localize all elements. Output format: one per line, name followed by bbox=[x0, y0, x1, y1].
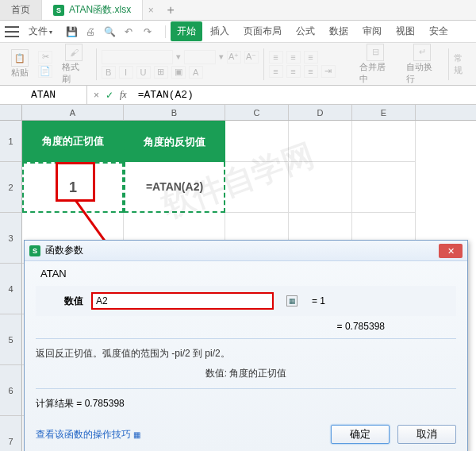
name-box[interactable]: ATAN bbox=[0, 86, 87, 104]
wrap-label: 自动换行 bbox=[406, 61, 439, 85]
print-icon[interactable]: 🖨 bbox=[84, 25, 97, 38]
help-link[interactable]: 查看该函数的操作技巧 bbox=[36, 428, 140, 441]
row-header-5[interactable]: 5 bbox=[0, 314, 22, 365]
cell-e1[interactable] bbox=[352, 121, 416, 162]
function-arguments-dialog: S 函数参数 ✕ ATAN 数值 ▦ = 1 = 0.785398 返回反正切值… bbox=[24, 240, 468, 451]
fx-icon[interactable]: fx bbox=[120, 89, 127, 101]
home-tab[interactable]: 首页 bbox=[0, 0, 42, 20]
separator bbox=[96, 48, 97, 80]
preview-icon[interactable]: 🔍 bbox=[103, 25, 116, 38]
align-right-icon[interactable]: ≡ bbox=[304, 65, 318, 78]
computed-result: = 0.785398 bbox=[36, 319, 456, 338]
ok-button[interactable]: 确定 bbox=[331, 425, 390, 444]
confirm-formula-icon[interactable]: ✓ bbox=[106, 90, 113, 101]
cell-a2[interactable]: 1 bbox=[22, 162, 124, 213]
bold-icon[interactable]: B bbox=[102, 66, 116, 79]
separator bbox=[165, 25, 166, 38]
ribbon-tab-layout[interactable]: 页面布局 bbox=[237, 21, 288, 41]
range-picker-icon[interactable]: ▦ bbox=[286, 295, 298, 306]
ribbon-tab-view[interactable]: 视图 bbox=[390, 21, 421, 41]
function-description: 返回反正切值。弧度值的范围为 -pi/2 到 pi/2。 数值: 角度的正切值 bbox=[36, 338, 456, 389]
new-tab-button[interactable]: + bbox=[159, 3, 182, 17]
row-header-1[interactable]: 1 bbox=[0, 121, 22, 162]
formula-controls: × ✓ fx bbox=[87, 89, 133, 101]
ribbon-tab-start[interactable]: 开始 bbox=[171, 21, 202, 41]
hamburger-icon[interactable] bbox=[5, 26, 19, 37]
align-mid-icon[interactable]: ≡ bbox=[286, 51, 301, 64]
brush-icon: 🖌 bbox=[65, 44, 83, 61]
redo-icon[interactable]: ↷ bbox=[141, 25, 154, 38]
column-headers: A B C D E bbox=[0, 105, 476, 121]
row-header-7[interactable]: 7 bbox=[0, 416, 22, 451]
ribbon-tab-data[interactable]: 数据 bbox=[323, 21, 355, 41]
align-left-icon[interactable]: ≡ bbox=[269, 65, 283, 78]
col-header-a[interactable]: A bbox=[22, 105, 124, 120]
cut-icon[interactable]: ✂ bbox=[38, 51, 52, 64]
formula-bar: ATAN × ✓ fx bbox=[0, 86, 476, 105]
merge-center-button[interactable]: ⊟合并居中 bbox=[355, 43, 397, 86]
cell-d2[interactable] bbox=[289, 162, 352, 213]
border-icon[interactable]: ⊞ bbox=[154, 66, 168, 79]
align-center-icon[interactable]: ≡ bbox=[286, 65, 301, 78]
italic-icon[interactable]: I bbox=[119, 66, 133, 79]
merge-icon: ⊟ bbox=[367, 44, 384, 61]
row-header-6[interactable]: 6 bbox=[0, 365, 22, 416]
cancel-button[interactable]: 取消 bbox=[397, 425, 456, 444]
separator bbox=[263, 48, 264, 80]
col-header-b[interactable]: B bbox=[124, 105, 225, 120]
ribbon-tab-review[interactable]: 审阅 bbox=[356, 21, 388, 41]
cell-e2[interactable] bbox=[352, 162, 416, 213]
fill-color-icon[interactable]: ▣ bbox=[171, 66, 186, 79]
wrap-icon: ↵ bbox=[413, 44, 431, 61]
row-header-2[interactable]: 2 bbox=[0, 162, 22, 213]
dialog-footer: 查看该函数的操作技巧 确定 取消 bbox=[25, 418, 467, 451]
file-menu[interactable]: 文件 bbox=[24, 23, 57, 40]
undo-icon[interactable]: ↶ bbox=[122, 25, 135, 38]
formula-input[interactable] bbox=[133, 89, 476, 101]
param-row: 数值 ▦ = 1 bbox=[36, 286, 456, 316]
col-header-d[interactable]: D bbox=[289, 105, 352, 120]
col-header-e[interactable]: E bbox=[352, 105, 416, 120]
ribbon-tab-security[interactable]: 安全 bbox=[423, 21, 455, 41]
format-brush-button[interactable]: 🖌格式刷 bbox=[57, 43, 91, 86]
paste-button[interactable]: 📋粘贴 bbox=[6, 48, 33, 80]
select-all-corner[interactable] bbox=[0, 105, 22, 120]
calc-result: 计算结果 = 0.785398 bbox=[36, 389, 456, 411]
dialog-title: 函数参数 bbox=[45, 244, 83, 257]
row-header-4[interactable]: 4 bbox=[0, 264, 22, 314]
font-color-icon[interactable]: A bbox=[189, 66, 203, 79]
auto-wrap-button[interactable]: ↵自动换行 bbox=[401, 43, 443, 86]
cell-c1[interactable] bbox=[225, 121, 289, 162]
copy-icon[interactable]: 📄 bbox=[38, 65, 52, 78]
document-tab-filename: ATAN函数.xlsx bbox=[69, 3, 131, 17]
number-format[interactable]: 常规 bbox=[454, 52, 470, 76]
dialog-body: ATAN 数值 ▦ = 1 = 0.785398 返回反正切值。弧度值的范围为 … bbox=[25, 261, 467, 418]
dialog-close-button[interactable]: ✕ bbox=[439, 244, 463, 258]
paste-icon: 📋 bbox=[11, 49, 29, 67]
cell-c2[interactable] bbox=[225, 162, 289, 213]
spreadsheet-app-icon: S bbox=[29, 245, 40, 256]
cancel-formula-icon[interactable]: × bbox=[94, 90, 99, 101]
close-tab-button[interactable]: × bbox=[143, 5, 159, 16]
dialog-titlebar[interactable]: S 函数参数 ✕ bbox=[25, 241, 467, 261]
param-input[interactable] bbox=[96, 295, 269, 306]
underline-icon[interactable]: U bbox=[136, 66, 151, 79]
cell-d1[interactable] bbox=[289, 121, 352, 162]
document-tab[interactable]: S ATAN函数.xlsx bbox=[42, 0, 143, 20]
save-icon[interactable]: 💾 bbox=[65, 25, 78, 38]
cell-b2[interactable]: =ATAN(A2) bbox=[124, 162, 225, 213]
align-top-icon[interactable]: ≡ bbox=[269, 51, 283, 64]
indent-icon[interactable]: ⇥ bbox=[321, 65, 336, 78]
cell-a1[interactable]: 角度的正切值 bbox=[22, 121, 124, 162]
param-input-highlight bbox=[91, 292, 274, 310]
spreadsheet-app-icon: S bbox=[53, 5, 64, 16]
ribbon-tab-insert[interactable]: 插入 bbox=[204, 21, 236, 41]
col-header-c[interactable]: C bbox=[225, 105, 289, 120]
align-bot-icon[interactable]: ≡ bbox=[304, 51, 318, 64]
desc-text: 返回反正切值。弧度值的范围为 -pi/2 到 pi/2。 bbox=[36, 347, 456, 360]
ribbon-tab-formula[interactable]: 公式 bbox=[290, 21, 321, 41]
row-header-3[interactable]: 3 bbox=[0, 213, 22, 264]
merge-label: 合并居中 bbox=[359, 61, 392, 85]
cell-b1[interactable]: 角度的反切值 bbox=[124, 121, 225, 162]
quick-access-toolbar: 💾 🖨 🔍 ↶ ↷ bbox=[59, 25, 160, 38]
